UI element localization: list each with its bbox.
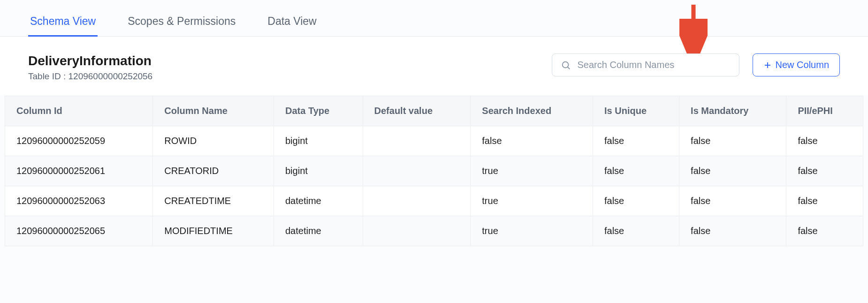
header-actions: New Column — [552, 53, 840, 76]
new-column-button[interactable]: New Column — [753, 53, 840, 76]
cell-default-value — [363, 186, 471, 216]
cell-column-name: CREATORID — [153, 156, 274, 186]
th-pii-ephi[interactable]: PII/ePHI — [786, 96, 863, 126]
cell-pii-ephi: false — [786, 216, 863, 246]
th-default-value[interactable]: Default value — [363, 96, 471, 126]
th-data-type[interactable]: Data Type — [274, 96, 363, 126]
cell-is-mandatory: false — [679, 186, 786, 216]
table-header-row: Column Id Column Name Data Type Default … — [5, 96, 863, 126]
svg-point-0 — [562, 61, 568, 68]
cell-search-indexed: true — [471, 156, 593, 186]
cell-pii-ephi: false — [786, 186, 863, 216]
svg-line-1 — [567, 67, 570, 69]
title-block: DeliveryInformation Table ID : 120960000… — [28, 53, 152, 82]
cell-column-name: CREATEDTIME — [153, 186, 274, 216]
plus-icon — [763, 61, 772, 69]
cell-is-unique: false — [593, 186, 679, 216]
new-column-label: New Column — [776, 60, 829, 70]
tab-schema-view[interactable]: Schema View — [28, 9, 98, 36]
tab-data-view[interactable]: Data View — [266, 9, 318, 36]
cell-pii-ephi: false — [786, 126, 863, 156]
cell-column-id: 12096000000252059 — [5, 126, 153, 156]
table-row[interactable]: 12096000000252059 ROWID bigint false fal… — [5, 126, 863, 156]
cell-is-mandatory: false — [679, 156, 786, 186]
cell-search-indexed: true — [471, 216, 593, 246]
cell-is-unique: false — [593, 156, 679, 186]
cell-column-name: MODIFIEDTIME — [153, 216, 274, 246]
cell-default-value — [363, 126, 471, 156]
table-row[interactable]: 12096000000252065 MODIFIEDTIME datetime … — [5, 216, 863, 246]
cell-data-type: datetime — [274, 216, 363, 246]
cell-data-type: bigint — [274, 126, 363, 156]
th-is-mandatory[interactable]: Is Mandatory — [679, 96, 786, 126]
th-column-id[interactable]: Column Id — [5, 96, 153, 126]
cell-is-unique: false — [593, 216, 679, 246]
cell-default-value — [363, 156, 471, 186]
cell-data-type: datetime — [274, 186, 363, 216]
cell-is-mandatory: false — [679, 216, 786, 246]
cell-search-indexed: false — [471, 126, 593, 156]
header-bar: DeliveryInformation Table ID : 120960000… — [0, 37, 868, 96]
search-wrap[interactable] — [552, 53, 739, 76]
cell-column-id: 12096000000252061 — [5, 156, 153, 186]
th-search-indexed[interactable]: Search Indexed — [471, 96, 593, 126]
table-row[interactable]: 12096000000252063 CREATEDTIME datetime t… — [5, 186, 863, 216]
cell-search-indexed: true — [471, 186, 593, 216]
search-input[interactable] — [578, 60, 731, 70]
table-name: DeliveryInformation — [28, 53, 152, 68]
cell-column-id: 12096000000252065 — [5, 216, 153, 246]
th-is-unique[interactable]: Is Unique — [593, 96, 679, 126]
cell-pii-ephi: false — [786, 156, 863, 186]
table-id: Table ID : 12096000000252056 — [28, 71, 152, 82]
cell-column-name: ROWID — [153, 126, 274, 156]
tab-scopes-permissions[interactable]: Scopes & Permissions — [126, 9, 237, 36]
search-icon — [561, 60, 571, 70]
cell-default-value — [363, 216, 471, 246]
columns-table: Column Id Column Name Data Type Default … — [5, 96, 863, 246]
th-column-name[interactable]: Column Name — [153, 96, 274, 126]
cell-is-unique: false — [593, 126, 679, 156]
table-row[interactable]: 12096000000252061 CREATORID bigint true … — [5, 156, 863, 186]
cell-data-type: bigint — [274, 156, 363, 186]
tabs-bar: Schema View Scopes & Permissions Data Vi… — [0, 0, 868, 37]
cell-column-id: 12096000000252063 — [5, 186, 153, 216]
cell-is-mandatory: false — [679, 126, 786, 156]
